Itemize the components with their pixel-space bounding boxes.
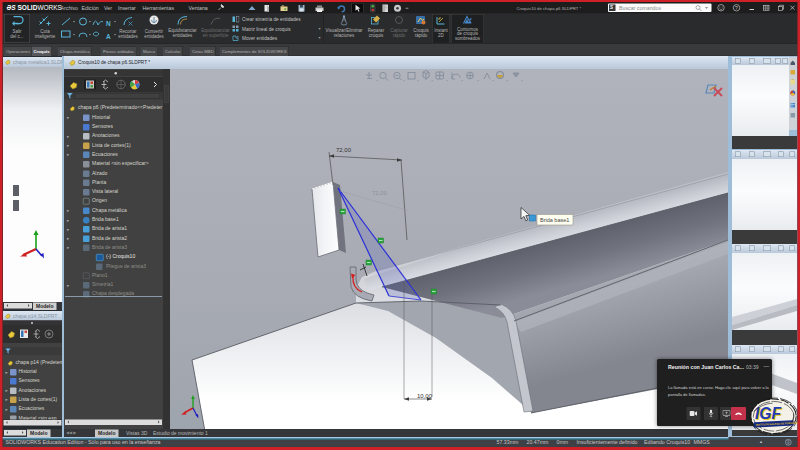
svg-text:72,00: 72,00: [372, 190, 388, 196]
svg-text:10,00: 10,00: [417, 393, 433, 399]
svg-text:N: N: [106, 20, 111, 27]
svg-text:72,00: 72,00: [336, 147, 352, 153]
svg-text:Brida base1: Brida base1: [540, 217, 569, 223]
svg-text:A: A: [106, 33, 111, 40]
svg-text:?: ?: [735, 5, 738, 11]
